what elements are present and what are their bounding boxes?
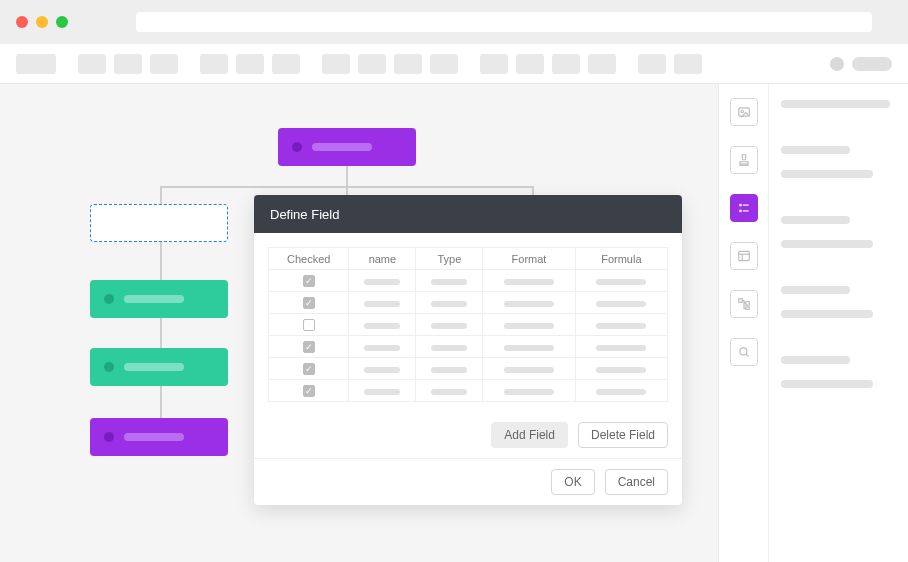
panel-placeholder [781, 240, 873, 248]
cell-placeholder [504, 301, 554, 307]
table-row[interactable] [269, 270, 668, 292]
image-icon[interactable] [730, 98, 758, 126]
node-label-placeholder [124, 295, 184, 303]
toolbar-button[interactable] [480, 54, 508, 74]
svg-rect-6 [738, 251, 749, 260]
svg-point-1 [741, 110, 743, 112]
svg-point-12 [739, 348, 746, 355]
connector [160, 242, 162, 280]
cell-placeholder [596, 279, 646, 285]
toolbar-button[interactable] [78, 54, 106, 74]
maximize-window-button[interactable] [56, 16, 68, 28]
field-table: Checked name Type Format Formula [268, 247, 668, 402]
diagram-canvas[interactable]: Define Field Checked name Type Format Fo… [0, 84, 718, 562]
table-row[interactable] [269, 358, 668, 380]
row-checkbox[interactable] [303, 341, 315, 353]
row-checkbox[interactable] [303, 297, 315, 309]
panel-placeholder [781, 380, 873, 388]
table-row[interactable] [269, 336, 668, 358]
toolbar-button[interactable] [322, 54, 350, 74]
cell-placeholder [596, 345, 646, 351]
ok-button[interactable]: OK [551, 469, 594, 495]
cell-placeholder [504, 323, 554, 329]
close-window-button[interactable] [16, 16, 28, 28]
svg-rect-2 [739, 204, 741, 206]
row-checkbox[interactable] [303, 363, 315, 375]
node-dot-icon [292, 142, 302, 152]
cell-placeholder [364, 389, 400, 395]
connector [160, 186, 162, 204]
panel-placeholder [781, 170, 873, 178]
col-type: Type [416, 248, 483, 270]
connector [346, 166, 348, 186]
col-checked: Checked [269, 248, 349, 270]
toolbar-button[interactable] [16, 54, 56, 74]
cell-placeholder [431, 367, 467, 373]
cell-placeholder [364, 301, 400, 307]
panel-placeholder [781, 216, 850, 224]
col-format: Format [483, 248, 575, 270]
node-dot-icon [104, 432, 114, 442]
cancel-button[interactable]: Cancel [605, 469, 668, 495]
table-row[interactable] [269, 380, 668, 402]
window-controls [16, 16, 68, 28]
flow-node[interactable] [90, 280, 228, 318]
panel-placeholder [781, 310, 873, 318]
flow-node-placeholder[interactable] [90, 204, 228, 242]
stamp-icon[interactable] [730, 146, 758, 174]
cell-placeholder [364, 323, 400, 329]
svg-rect-4 [739, 210, 741, 212]
titlebar [0, 0, 908, 44]
list-icon[interactable] [730, 194, 758, 222]
row-checkbox[interactable] [303, 385, 315, 397]
cell-placeholder [596, 367, 646, 373]
delete-field-button[interactable]: Delete Field [578, 422, 668, 448]
flow-node[interactable] [90, 348, 228, 386]
flow-node-root[interactable] [278, 128, 416, 166]
user-avatar[interactable] [830, 57, 844, 71]
svg-rect-10 [745, 302, 749, 306]
dialog-title: Define Field [254, 195, 682, 233]
row-checkbox[interactable] [303, 319, 315, 331]
search-icon[interactable] [730, 338, 758, 366]
minimize-window-button[interactable] [36, 16, 48, 28]
toolbar-button[interactable] [430, 54, 458, 74]
svg-rect-3 [742, 205, 748, 206]
toolbar-button[interactable] [114, 54, 142, 74]
table-row[interactable] [269, 292, 668, 314]
user-menu[interactable] [852, 57, 892, 71]
right-toolbar [718, 84, 768, 562]
connector [160, 386, 162, 418]
cell-placeholder [364, 279, 400, 285]
node-dot-icon [104, 362, 114, 372]
svg-line-13 [746, 354, 749, 357]
cell-placeholder [431, 301, 467, 307]
toolbar-button[interactable] [638, 54, 666, 74]
table-row[interactable] [269, 314, 668, 336]
toolbar-button[interactable] [200, 54, 228, 74]
address-bar[interactable] [136, 12, 872, 32]
cell-placeholder [504, 367, 554, 373]
toolbar-button[interactable] [588, 54, 616, 74]
toolbar-button[interactable] [516, 54, 544, 74]
layout-icon[interactable] [730, 242, 758, 270]
toolbar-button[interactable] [552, 54, 580, 74]
toolbar-button[interactable] [150, 54, 178, 74]
cell-placeholder [364, 367, 400, 373]
toolbar-button[interactable] [394, 54, 422, 74]
toolbar-button[interactable] [272, 54, 300, 74]
toolbar-button[interactable] [236, 54, 264, 74]
add-field-button[interactable]: Add Field [491, 422, 568, 448]
cell-placeholder [596, 323, 646, 329]
tree-icon[interactable] [730, 290, 758, 318]
flow-node[interactable] [90, 418, 228, 456]
toolbar-button[interactable] [674, 54, 702, 74]
col-formula: Formula [575, 248, 667, 270]
panel-placeholder [781, 286, 850, 294]
toolbar-button[interactable] [358, 54, 386, 74]
cell-placeholder [504, 279, 554, 285]
row-checkbox[interactable] [303, 275, 315, 287]
svg-rect-11 [745, 307, 749, 309]
col-name: name [349, 248, 416, 270]
cell-placeholder [431, 345, 467, 351]
